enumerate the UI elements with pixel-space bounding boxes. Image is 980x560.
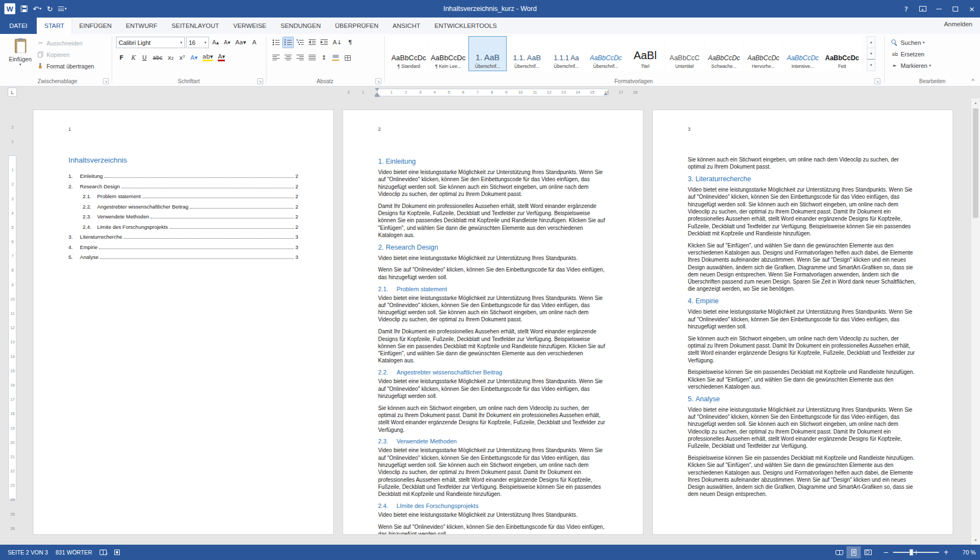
scrollbar-thumb[interactable] bbox=[973, 108, 978, 218]
line-spacing-button[interactable]: ↕ bbox=[318, 52, 329, 63]
zoom-slider-thumb[interactable] bbox=[909, 549, 913, 556]
style-schwache-hervorhebung[interactable]: AaBbCcDc Schwache... bbox=[705, 36, 743, 71]
style-ueberschrift-4[interactable]: AaBbCcDc Überschrif... bbox=[587, 36, 625, 71]
tab-datei[interactable]: DATEI bbox=[0, 18, 37, 34]
toc-entry-research-design[interactable]: 2. Research Design 2 bbox=[68, 183, 298, 189]
paragraph[interactable]: 2.1. Problem statement bbox=[378, 286, 608, 292]
proofing-status[interactable]: ✓ bbox=[100, 550, 107, 555]
toc-entry-limite[interactable]: 2.4. LImite des Forschungsprojekts 2 bbox=[68, 224, 298, 230]
underline-button[interactable]: U bbox=[139, 52, 150, 63]
zoom-slider[interactable] bbox=[893, 552, 939, 553]
scroll-up-button[interactable]: ▴ bbox=[971, 99, 980, 107]
paragraph[interactable]: Wenn Sie auf "Onlinevideo" klicken, könn… bbox=[378, 266, 608, 281]
tab-einfuegen[interactable]: EINFÜGEN bbox=[72, 18, 119, 34]
left-indent-marker[interactable] bbox=[375, 95, 380, 97]
paragraph[interactable]: Video bietet eine leistungsstarke Möglic… bbox=[378, 169, 608, 198]
paragraph[interactable]: Video bietet eine leistungsstarke Möglic… bbox=[378, 447, 608, 498]
align-right-button[interactable] bbox=[294, 52, 306, 63]
toc-entry-problem-statement[interactable]: 2.1. Problem statement 2 bbox=[68, 193, 298, 199]
tab-sendungen[interactable]: SENDUNGEN bbox=[274, 18, 328, 34]
zoom-level[interactable]: 70 % bbox=[954, 549, 976, 556]
undo-button[interactable]: ↶▾ bbox=[33, 5, 41, 13]
style-kein-leerraum[interactable]: AaBbCcDc ¶ Kein Lee... bbox=[429, 36, 467, 71]
paragraph[interactable]: Video bietet eine leistungsstarke Möglic… bbox=[688, 406, 918, 450]
tab-verweise[interactable]: VERWEISE bbox=[226, 18, 274, 34]
paragraph[interactable]: Damit Ihr Dokument ein professionelles A… bbox=[378, 203, 608, 239]
replace-button[interactable]: ab Ersetzen bbox=[891, 48, 931, 60]
paragraph[interactable]: Video bietet eine leistungsstarke Möglic… bbox=[378, 511, 608, 518]
document-page-2[interactable]: 2 1. EinleitungVideo bietet eine leistun… bbox=[343, 109, 643, 535]
tab-entwicklertools[interactable]: ENTWICKLERTOOLS bbox=[427, 18, 504, 34]
vertical-scrollbar[interactable]: ▴ ▾ bbox=[971, 99, 980, 545]
show-marks-button[interactable]: ¶ bbox=[345, 37, 356, 48]
paragraph[interactable]: Video bietet eine leistungsstarke Möglic… bbox=[378, 255, 608, 262]
style-ueberschrift-2[interactable]: 1.1. AaB Überschrif... bbox=[508, 36, 546, 71]
paragraph[interactable]: 4. Empirie bbox=[688, 297, 918, 305]
tab-seitenlayout[interactable]: SEITENLAYOUT bbox=[165, 18, 227, 34]
gallery-scroll-down-button[interactable]: ▾ bbox=[867, 48, 875, 60]
paragraph[interactable]: Klicken Sie auf "Einfügen", und wählen S… bbox=[688, 242, 918, 293]
highlight-button[interactable]: ab▾ bbox=[200, 52, 215, 63]
grow-font-button[interactable]: A▴ bbox=[210, 37, 221, 48]
dialog-launcher-icon[interactable]: ↘ bbox=[375, 78, 381, 84]
superscript-button[interactable]: x² bbox=[177, 52, 188, 63]
tab-stop-selector[interactable]: L bbox=[8, 88, 17, 97]
scroll-down-button[interactable]: ▾ bbox=[971, 536, 980, 545]
document-area[interactable]: 2112345678910111213141516171819202122232… bbox=[0, 99, 980, 545]
borders-button[interactable] bbox=[342, 52, 353, 63]
help-button[interactable]: ? bbox=[898, 0, 914, 18]
page-indicator[interactable]: SEITE 2 VON 3 bbox=[8, 549, 48, 556]
paragraph[interactable]: Sie können auch ein Stichwort eingeben, … bbox=[378, 405, 608, 434]
style-intensive-hervorhebung[interactable]: AaBbCcDc Intensive... bbox=[784, 36, 822, 71]
tab-ansicht[interactable]: ANSICHT bbox=[386, 18, 427, 34]
style-titel[interactable]: AaBl Titel bbox=[626, 36, 664, 71]
strikethrough-button[interactable]: abc bbox=[150, 52, 165, 63]
redo-button[interactable]: ↻ bbox=[47, 5, 53, 13]
ribbon-display-options-button[interactable]: ▴ bbox=[914, 0, 931, 18]
select-button[interactable]: ► Markieren ▾ bbox=[891, 60, 931, 71]
tab-entwurf[interactable]: ENTWURF bbox=[119, 18, 165, 34]
clear-formatting-button[interactable]: A bbox=[249, 37, 260, 48]
paragraph[interactable]: Video bietet eine leistungsstarke Möglic… bbox=[688, 186, 918, 237]
paragraph[interactable]: 2.4. LImite des Forschungsprojekts bbox=[378, 503, 608, 509]
font-size-select[interactable]: 16 ▾ bbox=[186, 37, 209, 48]
web-layout-button[interactable] bbox=[861, 546, 875, 558]
font-family-select[interactable]: Calibri Light ▾ bbox=[116, 37, 185, 48]
paragraph[interactable]: Video bietet eine leistungsstarke Möglic… bbox=[378, 295, 608, 324]
numbering-button[interactable] bbox=[282, 37, 294, 48]
align-center-button[interactable] bbox=[282, 52, 294, 63]
style-ueberschrift-1[interactable]: 1. AaB Überschrif... bbox=[468, 36, 507, 71]
paste-button[interactable]: Einfügen ▾ bbox=[7, 36, 34, 72]
paragraph[interactable]: Wenn Sie auf "Onlinevideo" klicken, könn… bbox=[378, 523, 608, 535]
text-effects-button[interactable]: A▾ bbox=[188, 52, 200, 63]
decrease-indent-button[interactable] bbox=[306, 37, 318, 48]
paragraph[interactable]: 2.2. Angestrebter wissenschaftlicher Bei… bbox=[378, 369, 608, 376]
paragraph[interactable]: Video bietet eine leistungsstarke Möglic… bbox=[378, 378, 608, 400]
first-line-indent-marker[interactable] bbox=[375, 88, 379, 91]
read-mode-button[interactable] bbox=[832, 546, 846, 558]
paragraph[interactable]: Video bietet eine leistungsstarke Möglic… bbox=[688, 308, 918, 330]
gallery-more-button[interactable]: ▾ bbox=[867, 59, 875, 71]
paragraph[interactable]: 3. Literaturrecherche bbox=[688, 175, 918, 183]
macro-recording-button[interactable] bbox=[114, 550, 120, 555]
document-page-1[interactable]: 1 Inhaltsverzeichnis 1. Einleitung 2 2. … bbox=[33, 109, 334, 535]
toc-title[interactable]: Inhaltsverzeichnis bbox=[68, 156, 298, 164]
document-page-3[interactable]: 3 Sie können auch ein Stichwort eingeben… bbox=[652, 109, 953, 535]
toc-entry-analyse[interactable]: 5. Analyse 3 bbox=[68, 254, 298, 260]
style-ueberschrift-3[interactable]: 1.1.1 Aa Überschrif... bbox=[547, 36, 585, 71]
style-hervorhebung[interactable]: AaBbCcDc Hervorhe... bbox=[744, 36, 782, 71]
style-untertitel[interactable]: AaBbCcC Untertitel bbox=[665, 36, 704, 71]
print-layout-button[interactable] bbox=[846, 546, 861, 558]
format-painter-button[interactable]: Format übertragen bbox=[36, 60, 94, 72]
zoom-out-button[interactable]: − bbox=[882, 549, 890, 556]
copy-button[interactable]: Kopieren bbox=[36, 49, 94, 60]
paragraph[interactable]: Beispielsweise können Sie ein passendes … bbox=[688, 454, 918, 498]
subscript-button[interactable]: x₂ bbox=[165, 52, 176, 63]
paragraph[interactable]: Sie können auch ein Stichwort eingeben, … bbox=[688, 156, 918, 171]
dialog-launcher-icon[interactable]: ↘ bbox=[103, 78, 109, 84]
cut-button[interactable]: ✂ Ausschneiden bbox=[36, 37, 94, 49]
tab-start[interactable]: START bbox=[37, 18, 72, 34]
toc-entry-methoden[interactable]: 2.3. Verwendete Methoden 2 bbox=[68, 213, 298, 220]
sort-button[interactable]: A↓ bbox=[330, 37, 344, 48]
bold-button[interactable]: F bbox=[116, 52, 127, 63]
